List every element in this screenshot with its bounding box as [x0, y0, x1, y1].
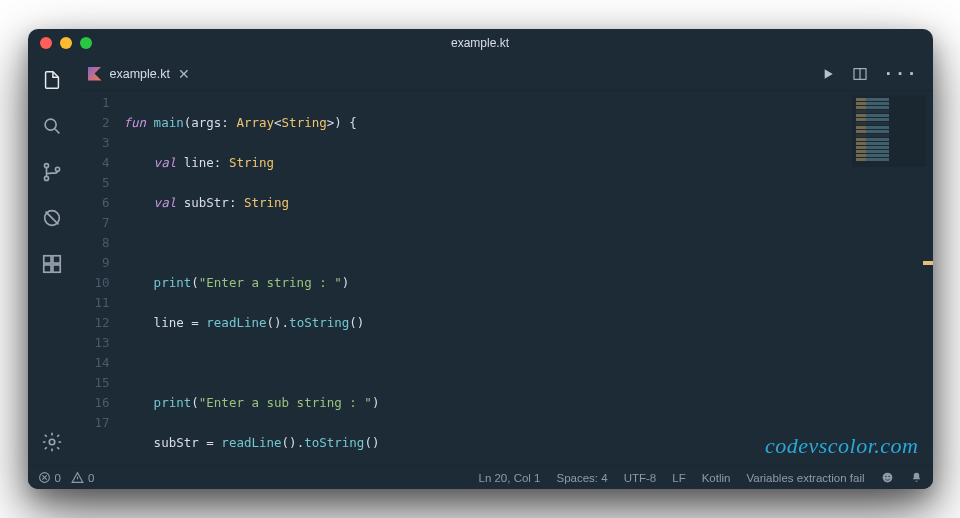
split-editor-icon[interactable]	[852, 64, 868, 83]
status-bar: 0 0 Ln 20, Col 1 Spaces: 4 UTF-8 LF Kotl…	[28, 465, 933, 489]
editor-window: example.kt	[28, 29, 933, 489]
more-actions-icon[interactable]: ···	[884, 64, 919, 83]
svg-point-14	[888, 476, 889, 477]
line-number: 9	[76, 253, 110, 273]
scroll-marker	[923, 261, 933, 265]
status-cursor-position[interactable]: Ln 20, Col 1	[478, 472, 540, 484]
line-number: 6	[76, 193, 110, 213]
main-body: example.kt ✕ ··· 1 2 3	[28, 57, 933, 465]
line-number: 3	[76, 133, 110, 153]
line-number: 11	[76, 293, 110, 313]
tab-bar: example.kt ✕ ···	[76, 57, 933, 91]
run-icon[interactable]	[820, 64, 836, 83]
status-feedback-icon[interactable]	[881, 471, 894, 484]
svg-point-0	[45, 119, 56, 130]
settings-icon[interactable]	[39, 429, 65, 455]
status-notifications-icon[interactable]	[910, 471, 923, 484]
svg-point-9	[49, 439, 55, 445]
status-indentation[interactable]: Spaces: 4	[557, 472, 608, 484]
svg-point-13	[885, 476, 886, 477]
line-number: 12	[76, 313, 110, 333]
search-icon[interactable]	[39, 113, 65, 139]
line-number: 16	[76, 393, 110, 413]
svg-point-12	[882, 473, 892, 483]
status-errors[interactable]: 0	[38, 471, 61, 484]
editor-actions: ···	[820, 64, 933, 83]
debug-icon[interactable]	[39, 205, 65, 231]
code-content[interactable]: fun main(args: Array<String>) { val line…	[124, 91, 933, 465]
status-language[interactable]: Kotlin	[702, 472, 731, 484]
tab-close-icon[interactable]: ✕	[178, 66, 190, 82]
tab-label: example.kt	[110, 67, 170, 81]
svg-point-1	[44, 164, 48, 168]
svg-point-3	[55, 167, 59, 171]
line-number: 8	[76, 233, 110, 253]
status-warnings[interactable]: 0	[71, 471, 94, 484]
tab-example-kt[interactable]: example.kt ✕	[76, 57, 202, 91]
svg-rect-7	[43, 265, 50, 272]
svg-rect-5	[43, 256, 50, 263]
svg-rect-8	[52, 265, 59, 272]
editor-area: example.kt ✕ ··· 1 2 3	[76, 57, 933, 465]
line-number: 14	[76, 353, 110, 373]
line-number: 2	[76, 113, 110, 133]
window-title: example.kt	[28, 36, 933, 50]
extensions-icon[interactable]	[39, 251, 65, 277]
line-number: 1	[76, 93, 110, 113]
svg-rect-6	[52, 256, 59, 263]
line-number-gutter: 1 2 3 4 5 6 7 8 9 10 11 12 13 14 15 16 1	[76, 91, 124, 465]
titlebar: example.kt	[28, 29, 933, 57]
explorer-icon[interactable]	[39, 67, 65, 93]
activity-bar	[28, 57, 76, 465]
minimap[interactable]	[852, 95, 926, 167]
kotlin-file-icon	[88, 67, 102, 81]
line-number: 7	[76, 213, 110, 233]
line-number: 17	[76, 413, 110, 433]
line-number: 13	[76, 333, 110, 353]
status-eol[interactable]: LF	[672, 472, 685, 484]
status-extra[interactable]: Variables extraction fail	[746, 472, 864, 484]
status-encoding[interactable]: UTF-8	[624, 472, 657, 484]
line-number: 15	[76, 373, 110, 393]
code-editor[interactable]: 1 2 3 4 5 6 7 8 9 10 11 12 13 14 15 16 1	[76, 91, 933, 465]
line-number: 10	[76, 273, 110, 293]
svg-point-2	[44, 176, 48, 180]
source-control-icon[interactable]	[39, 159, 65, 185]
line-number: 5	[76, 173, 110, 193]
line-number: 4	[76, 153, 110, 173]
